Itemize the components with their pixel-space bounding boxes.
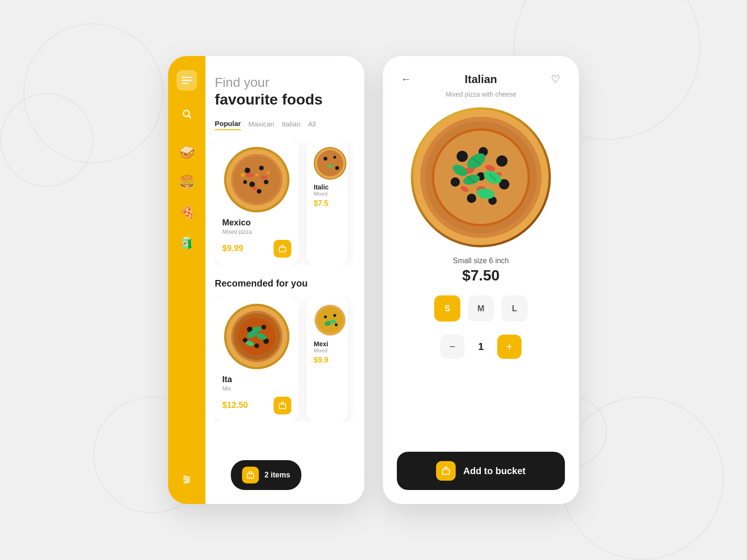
tab-all[interactable]: All xyxy=(308,120,316,130)
svg-point-46 xyxy=(324,315,327,318)
mexico-card[interactable]: Mexico Mixed pizza $9.99 xyxy=(215,140,299,265)
detail-title: Italian xyxy=(416,73,546,86)
mexi-partial-desc: Mixed xyxy=(314,348,341,353)
svg-rect-1 xyxy=(182,80,192,81)
detail-subtitle: Mixed pizza with cheese xyxy=(397,91,565,98)
pizza-detail-image xyxy=(411,107,551,247)
back-button[interactable]: ← xyxy=(397,70,416,89)
main-content: Find your favourite foods Popular Maxica… xyxy=(205,56,364,504)
category-tabs: Popular Maxican Italian All xyxy=(215,119,355,130)
svg-point-58 xyxy=(496,155,507,167)
mexico-rec-partial[interactable]: Mexi Mixed $9.9 xyxy=(306,296,348,422)
svg-point-22 xyxy=(252,186,257,190)
svg-line-4 xyxy=(189,116,191,118)
svg-point-56 xyxy=(457,151,468,162)
svg-rect-0 xyxy=(182,77,192,78)
heart-button[interactable]: ♡ xyxy=(546,70,565,89)
cart-badge-label: 2 items xyxy=(264,471,290,479)
add-to-bucket-icon xyxy=(436,461,456,481)
recommended-cards-row: Ita Mix $12.50 xyxy=(215,296,355,422)
svg-point-21 xyxy=(261,175,267,179)
mexico-name: Mexico xyxy=(222,218,291,228)
italian-rec-add-button[interactable] xyxy=(274,397,291,414)
svg-point-48 xyxy=(335,323,338,326)
svg-point-19 xyxy=(257,189,261,194)
price-large: $7.50 xyxy=(397,267,565,284)
italian-card-partial[interactable]: Italic Mixed $7.5 xyxy=(306,140,348,265)
cart-badge[interactable]: 2 items xyxy=(231,460,301,490)
svg-point-25 xyxy=(255,174,258,176)
italian-rec-desc: Mix xyxy=(222,385,291,392)
italian-rec-image xyxy=(224,304,289,369)
cart-badge-icon xyxy=(242,467,259,483)
menu-icon[interactable] xyxy=(176,70,197,91)
size-selector: S M L xyxy=(397,295,565,322)
mexico-add-button[interactable] xyxy=(274,240,291,258)
quantity-selector: − 1 + xyxy=(397,335,565,359)
hero-line1: Find your xyxy=(215,75,355,91)
sandwich-icon[interactable]: 🥪 xyxy=(176,142,197,162)
svg-point-13 xyxy=(233,156,280,203)
phone-left: 🥪 🍔 🍕 🧃 Find your favourite foods Popula… xyxy=(168,56,364,504)
hero-line2: favourite foods xyxy=(215,91,355,108)
juice-icon[interactable]: 🧃 xyxy=(176,231,197,252)
partial-italian-desc: Mixed xyxy=(314,191,341,196)
add-to-bucket-label: Add to bucket xyxy=(463,466,525,476)
svg-point-59 xyxy=(451,177,460,187)
svg-point-3 xyxy=(183,111,190,117)
italian-rec-price: $12.50 xyxy=(222,400,248,410)
quantity-increase-button[interactable]: + xyxy=(497,335,521,359)
hero-text: Find your favourite foods xyxy=(215,75,355,108)
italian-rec-bottom: $12.50 xyxy=(222,397,291,414)
svg-point-8 xyxy=(184,476,186,478)
svg-point-24 xyxy=(267,171,270,174)
mexi-partial-name: Mexi xyxy=(314,340,341,348)
mexico-desc: Mixed pizza xyxy=(222,229,291,235)
svg-point-27 xyxy=(317,150,343,176)
italian-rec-name: Ita xyxy=(222,375,291,385)
quantity-decrease-button[interactable]: − xyxy=(440,335,465,359)
svg-point-20 xyxy=(246,173,254,177)
app-wrapper: 🥪 🍔 🍕 🧃 Find your favourite foods Popula… xyxy=(168,56,579,504)
partial-italian-name: Italic xyxy=(314,183,341,191)
svg-point-30 xyxy=(335,166,339,170)
svg-point-14 xyxy=(245,168,250,173)
search-icon[interactable] xyxy=(176,104,197,124)
partial-italian-price: $7.5 xyxy=(314,199,341,208)
mexico-price: $9.99 xyxy=(222,244,243,253)
sidebar: 🥪 🍔 🍕 🧃 xyxy=(168,56,205,504)
svg-point-28 xyxy=(324,157,327,161)
size-l-button[interactable]: L xyxy=(501,295,528,322)
popular-cards-row: Mexico Mixed pizza $9.99 xyxy=(215,140,355,265)
svg-rect-2 xyxy=(182,83,189,84)
mexico-bottom: $9.99 xyxy=(222,240,291,258)
mexico-pizza-image xyxy=(224,147,289,212)
quantity-value: 1 xyxy=(474,341,488,353)
filter-icon-container xyxy=(176,469,197,490)
size-m-button[interactable]: M xyxy=(468,295,494,322)
tab-popular[interactable]: Popular xyxy=(215,119,241,130)
pizza-slice-icon[interactable]: 🍕 xyxy=(176,202,197,222)
svg-point-23 xyxy=(241,173,245,177)
burger-icon[interactable]: 🍔 xyxy=(176,172,197,192)
mexi-partial-price: $9.9 xyxy=(314,356,341,364)
svg-point-10 xyxy=(185,481,187,483)
svg-point-29 xyxy=(333,156,336,159)
svg-point-34 xyxy=(238,318,275,355)
svg-point-17 xyxy=(264,180,268,184)
size-label: Small size 6 inch xyxy=(397,257,565,265)
svg-point-18 xyxy=(243,180,247,184)
add-to-bucket-button[interactable]: Add to bucket xyxy=(397,452,565,490)
italian-rec-card[interactable]: Ita Mix $12.50 xyxy=(215,296,299,422)
phone-right: ← Italian ♡ Mixed pizza with cheese xyxy=(383,56,579,504)
settings-icon[interactable] xyxy=(176,469,197,490)
svg-point-45 xyxy=(317,307,343,333)
svg-point-36 xyxy=(261,325,266,329)
tab-maxican[interactable]: Maxican xyxy=(248,120,275,130)
food-category-icons: 🥪 🍔 🍕 🧃 xyxy=(176,137,197,456)
tab-italian[interactable]: Italian xyxy=(282,120,301,130)
detail-header: ← Italian ♡ xyxy=(397,70,565,89)
svg-point-39 xyxy=(254,343,259,348)
svg-point-61 xyxy=(467,194,476,203)
size-s-button[interactable]: S xyxy=(434,295,460,322)
